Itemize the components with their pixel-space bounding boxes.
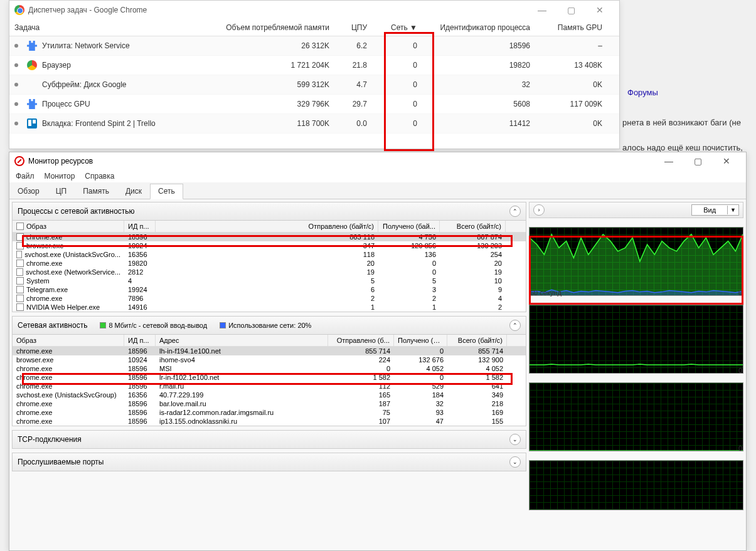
- expand-icon[interactable]: ⌄: [509, 434, 521, 445]
- proc-total: 4: [440, 294, 506, 303]
- col-recv[interactable]: Получено (бай...: [394, 335, 447, 346]
- activity-row[interactable]: svchost.exe (UnistackSvcGroup) 16356 40.…: [13, 391, 526, 399]
- section-activity-header[interactable]: Сетевая активность 8 Мбит/с - сетевой вв…: [12, 316, 526, 335]
- section-tcp-header[interactable]: TCP-подключения ⌄: [12, 430, 526, 449]
- task-name: Браузер: [42, 61, 71, 70]
- col-cpu[interactable]: ЦПУ: [334, 23, 372, 32]
- task-row[interactable]: Процесс GPU 329 796K 29.7 0 5608 117 009…: [9, 95, 619, 114]
- col-address[interactable]: Адрес: [156, 335, 328, 346]
- task-gpu: –: [535, 41, 607, 50]
- col-total[interactable]: Всего (байт/с): [440, 221, 506, 232]
- proc-total: 20: [440, 259, 506, 268]
- maximize-button[interactable]: ▢: [556, 1, 585, 19]
- minimize-button[interactable]: —: [528, 1, 556, 19]
- task-row[interactable]: Субфрейм: Диск Google 599 312K 4.7 0 32 …: [9, 75, 619, 95]
- extension-icon: [27, 41, 37, 51]
- menu-file[interactable]: Файл: [16, 172, 35, 181]
- act-total: 641: [447, 382, 507, 391]
- section-ports-header[interactable]: Прослушиваемые порты ⌄: [12, 453, 526, 471]
- checkbox[interactable]: [16, 268, 23, 276]
- tab-overview[interactable]: Обзор: [9, 184, 48, 199]
- activity-row[interactable]: chrome.exe 18596 bar.love.mail.ru 187 32…: [13, 399, 526, 408]
- checkbox[interactable]: [16, 242, 24, 249]
- process-row[interactable]: System 4 5 5 10: [13, 276, 526, 285]
- collapse-icon[interactable]: ⌃: [509, 206, 521, 217]
- col-recv[interactable]: Получено (бай...: [378, 221, 440, 232]
- col-pid[interactable]: ИД п...: [124, 335, 156, 346]
- act-recv: 93: [394, 408, 447, 417]
- expand-icon[interactable]: ⌄: [509, 456, 521, 468]
- process-row[interactable]: svchost.exe (NetworkService... 2812 19 0…: [13, 268, 526, 276]
- activity-row[interactable]: chrome.exe 18596 r.mail.ru 112 529 641: [13, 382, 526, 391]
- activity-row[interactable]: chrome.exe 18596 ip13.155.odnoklassniki.…: [13, 417, 526, 426]
- task-row[interactable]: Вкладка: Frontend Spint 2 | Trello 118 7…: [9, 114, 619, 134]
- process-row[interactable]: svchost.exe (UnistackSvcGro... 16356 118…: [13, 250, 526, 259]
- process-row[interactable]: Telegram.exe 19924 6 3 9: [13, 285, 526, 294]
- task-cpu: 6.2: [334, 41, 372, 50]
- act-image: chrome.exe: [13, 373, 124, 382]
- proc-recv: 4 756: [378, 233, 440, 241]
- task-row[interactable]: Браузер 1 721 204K 21.8 0 19820 13 408K: [9, 56, 619, 75]
- collapse-graphs-button[interactable]: ›: [533, 204, 545, 216]
- bullet-icon: [14, 83, 18, 87]
- col-task[interactable]: Задача: [9, 23, 209, 32]
- col-image[interactable]: Образ: [13, 335, 124, 346]
- process-row[interactable]: NVIDIA Web Helper.exe 14916 1 1 2: [13, 303, 526, 312]
- checkbox[interactable]: [16, 295, 24, 302]
- checkbox[interactable]: [16, 286, 24, 293]
- tab-memory[interactable]: Память: [75, 184, 117, 199]
- act-recv: 529: [394, 382, 447, 391]
- col-image[interactable]: Образ: [26, 223, 46, 230]
- activity-row[interactable]: chrome.exe 18596 MSI 0 4 052 4 052: [13, 364, 526, 373]
- col-memory[interactable]: Объем потребляемой памяти: [209, 23, 334, 32]
- close-button[interactable]: ✕: [585, 1, 614, 19]
- col-network[interactable]: Сеть ▼: [372, 23, 422, 32]
- menu-monitor[interactable]: Монитор: [45, 172, 75, 181]
- activity-row[interactable]: chrome.exe 18596 is-radar12.common.radar…: [13, 408, 526, 417]
- col-gpu[interactable]: Память GPU: [535, 23, 607, 32]
- activity-row[interactable]: chrome.exe 18596 lr-in-f102.1e100.net 1 …: [13, 373, 526, 382]
- activity-table: Образ ИД п... Адрес Отправлено (б... Пол…: [12, 335, 526, 426]
- maximize-button[interactable]: ▢: [683, 152, 712, 170]
- task-mem: 26 312K: [209, 41, 334, 50]
- close-button[interactable]: ✕: [712, 152, 741, 170]
- bg-forums: Форумы: [627, 88, 658, 97]
- checkbox[interactable]: [16, 303, 24, 311]
- proc-image: svchost.exe (UnistackSvcGro...: [24, 251, 120, 258]
- section-processes-header[interactable]: Процессы с сетевой активностью ⌃: [12, 202, 526, 221]
- process-row[interactable]: browser.exe 10924 347 129 856 130 203: [13, 241, 526, 250]
- task-cpu: 29.7: [334, 100, 372, 108]
- activity-row[interactable]: browser.exe 10924 ihome-svo4 224 132 676…: [13, 355, 526, 364]
- col-pid[interactable]: ИД п...: [124, 221, 156, 232]
- col-sent[interactable]: Отправлено (байт/с): [156, 221, 378, 232]
- process-row[interactable]: chrome.exe 18596 863 118 4 756 867 874: [13, 233, 526, 241]
- act-recv: 32: [394, 399, 447, 408]
- checkbox[interactable]: [16, 277, 24, 285]
- graph-tcp: [529, 305, 743, 374]
- chrome-titlebar[interactable]: Диспетчер задач - Google Chrome — ▢ ✕: [9, 1, 619, 19]
- tab-cpu[interactable]: ЦП: [48, 184, 75, 199]
- menu-help[interactable]: Справка: [85, 172, 114, 181]
- task-row[interactable]: Утилита: Network Service 26 312K 6.2 0 1…: [9, 36, 619, 56]
- col-total[interactable]: Всего (байт/с): [447, 335, 507, 346]
- checkbox[interactable]: [16, 260, 24, 267]
- tab-disk[interactable]: Диск: [117, 184, 150, 199]
- process-row[interactable]: chrome.exe 7896 2 2 4: [13, 294, 526, 303]
- view-dropdown[interactable]: Вид ▼: [691, 204, 739, 216]
- col-pid[interactable]: Идентификатор процесса: [422, 23, 535, 32]
- checkbox[interactable]: [16, 233, 24, 241]
- process-row[interactable]: chrome.exe 19820 20 0 20: [13, 259, 526, 268]
- collapse-icon[interactable]: ⌃: [509, 320, 521, 331]
- tab-network[interactable]: Сеть: [150, 184, 183, 199]
- proc-total: 19: [440, 268, 506, 276]
- bg-text1: рнета в ней возникают баги (не: [622, 118, 741, 127]
- col-sent[interactable]: Отправлено (б...: [328, 335, 394, 346]
- activity-row[interactable]: chrome.exe 18596 lh-in-f194.1e100.net 85…: [13, 347, 526, 355]
- task-cpu: 21.8: [334, 61, 372, 70]
- resmon-title: Монитор ресурсов: [28, 157, 93, 165]
- chrome-title: Диспетчер задач - Google Chrome: [28, 6, 147, 14]
- minimize-button[interactable]: —: [654, 152, 683, 170]
- resmon-titlebar[interactable]: Монитор ресурсов — ▢ ✕: [9, 152, 746, 170]
- checkbox[interactable]: [16, 251, 22, 258]
- checkbox-all[interactable]: [16, 223, 24, 230]
